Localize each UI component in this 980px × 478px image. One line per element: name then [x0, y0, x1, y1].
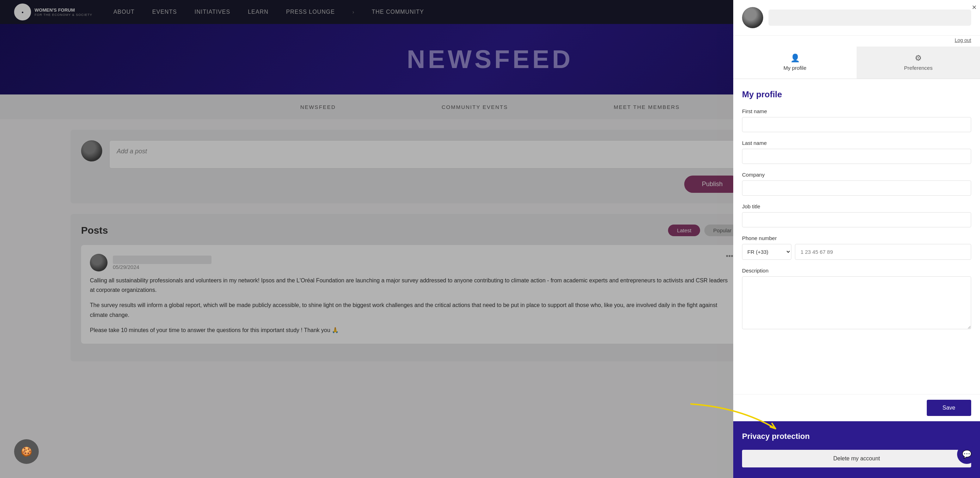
phone-row: FR (+33)US (+1)UK (+44)DE (+49) — [742, 244, 971, 260]
first-name-label: First name — [742, 108, 971, 114]
company-field: Company — [742, 172, 971, 196]
chat-icon: 💬 — [962, 450, 972, 459]
profile-panel: × Log out 👤 My profile ⚙ Preferences My … — [733, 0, 980, 478]
cookie-badge[interactable]: 🍪 — [14, 439, 39, 464]
description-label: Description — [742, 268, 971, 274]
company-label: Company — [742, 172, 971, 178]
phone-label: Phone number — [742, 235, 971, 241]
job-title-field: Job title — [742, 203, 971, 227]
tab-my-profile[interactable]: 👤 My profile — [733, 46, 857, 79]
first-name-field: First name — [742, 108, 971, 132]
last-name-field: Last name — [742, 140, 971, 164]
panel-avatar — [742, 7, 763, 28]
first-name-input[interactable] — [742, 117, 971, 132]
close-button[interactable]: × — [972, 3, 977, 11]
privacy-section: Privacy protection Delete my account — [733, 421, 980, 478]
chat-bubble[interactable]: 💬 — [957, 445, 977, 464]
last-name-input[interactable] — [742, 149, 971, 164]
delete-account-button[interactable]: Delete my account — [742, 450, 971, 467]
description-textarea[interactable] — [742, 276, 971, 329]
panel-section-title: My profile — [742, 89, 971, 99]
phone-country-select[interactable]: FR (+33)US (+1)UK (+44)DE (+49) — [742, 244, 791, 260]
privacy-title: Privacy protection — [742, 432, 971, 441]
save-button[interactable]: Save — [927, 400, 971, 416]
panel-tabs: 👤 My profile ⚙ Preferences — [733, 46, 980, 79]
cookie-icon: 🍪 — [21, 446, 32, 457]
panel-header: × — [733, 0, 980, 36]
save-bar: Save — [733, 394, 980, 421]
description-field: Description — [742, 268, 971, 331]
tab-preferences[interactable]: ⚙ Preferences — [857, 46, 980, 79]
panel-search-input[interactable] — [768, 10, 971, 26]
preferences-tab-icon: ⚙ — [915, 54, 922, 63]
last-name-label: Last name — [742, 140, 971, 146]
profile-tab-icon: 👤 — [790, 54, 800, 63]
job-title-input[interactable] — [742, 212, 971, 227]
panel-body: My profile First name Last name Company … — [733, 79, 980, 394]
logout-link[interactable]: Log out — [733, 36, 980, 46]
phone-number-input[interactable] — [795, 244, 971, 260]
phone-field: Phone number FR (+33)US (+1)UK (+44)DE (… — [742, 235, 971, 260]
company-input[interactable] — [742, 180, 971, 196]
job-title-label: Job title — [742, 203, 971, 209]
